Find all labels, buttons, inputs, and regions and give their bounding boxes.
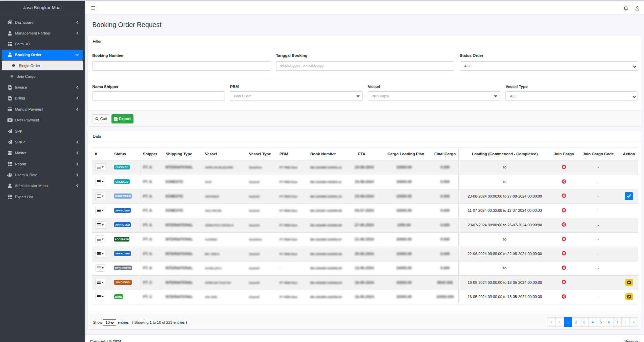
svg-text:x: x [115,118,117,121]
